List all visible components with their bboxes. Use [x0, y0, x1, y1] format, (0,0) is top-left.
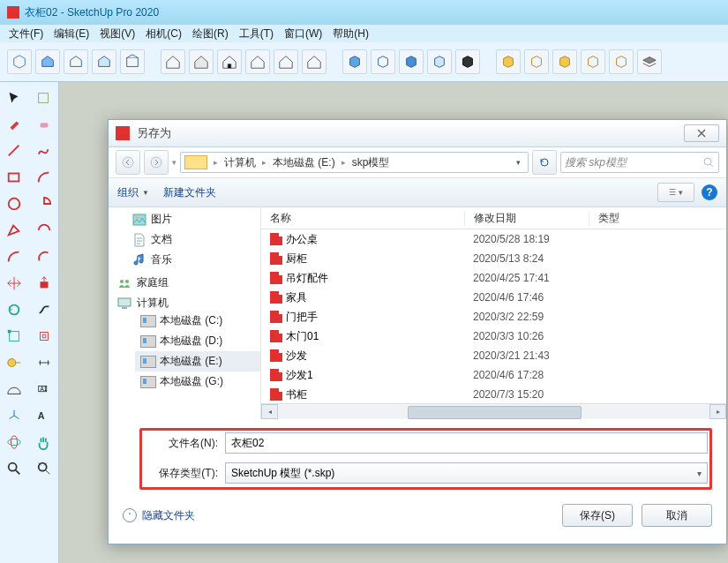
- filename-input[interactable]: [225, 432, 708, 454]
- tbtn-4[interactable]: [92, 49, 116, 74]
- tree-pictures[interactable]: 图片: [109, 209, 260, 229]
- tbtn-box1[interactable]: [496, 49, 521, 74]
- tbtn-1[interactable]: [7, 49, 32, 74]
- menu-tools[interactable]: 工具(T): [234, 25, 279, 43]
- cancel-button[interactable]: 取消: [642, 504, 712, 527]
- tbtn-cube1[interactable]: [342, 49, 367, 74]
- tbtn-house6[interactable]: [302, 49, 326, 74]
- search-input[interactable]: 搜索 skp模型: [560, 152, 719, 173]
- tbtn-cube4[interactable]: [427, 49, 452, 74]
- nav-back-button[interactable]: [116, 150, 140, 175]
- menu-camera[interactable]: 相机(C): [140, 25, 187, 43]
- menu-help[interactable]: 帮助(H): [327, 25, 374, 43]
- tree-homegroup[interactable]: 家庭组: [109, 275, 260, 290]
- tree-computer[interactable]: 计算机: [109, 296, 260, 311]
- list-item[interactable]: 木门012020/3/3 10:26: [261, 327, 726, 346]
- list-item[interactable]: 吊灯配件2020/4/25 17:41: [261, 268, 726, 288]
- tbtn-cube2[interactable]: [371, 49, 395, 74]
- select-tool[interactable]: [2, 86, 26, 110]
- arc-tool[interactable]: [32, 165, 56, 190]
- poly-tool[interactable]: [2, 218, 26, 243]
- save-button[interactable]: 保存(S): [562, 504, 633, 527]
- tbtn-2[interactable]: [35, 49, 60, 74]
- paint-tool[interactable]: [2, 112, 26, 137]
- crumb-computer[interactable]: 计算机: [221, 155, 259, 170]
- arc3-tool[interactable]: [2, 244, 26, 269]
- tree-drive-d[interactable]: 本地磁盘 (D:): [135, 331, 260, 351]
- tree-documents[interactable]: 文档: [109, 229, 260, 250]
- menu-edit[interactable]: 编辑(E): [49, 25, 94, 43]
- move-tool[interactable]: [2, 271, 26, 296]
- close-button[interactable]: [684, 124, 719, 142]
- list-item[interactable]: 厨柜2020/5/13 8:24: [261, 249, 726, 268]
- pushpull-tool[interactable]: [32, 271, 56, 296]
- list-item[interactable]: 办公桌2020/5/28 18:19: [261, 229, 726, 249]
- component-tool[interactable]: [32, 86, 56, 110]
- list-header[interactable]: 名称 修改日期 类型: [261, 207, 726, 229]
- tbtn-house5[interactable]: [274, 49, 298, 74]
- col-type[interactable]: 类型: [589, 211, 726, 226]
- breadcrumb[interactable]: ▸ 计算机▸ 本地磁盘 (E:)▸ skp模型 ▾: [180, 152, 529, 173]
- organize-menu[interactable]: 组织▼: [117, 185, 149, 200]
- tbtn-house1[interactable]: [161, 49, 185, 74]
- orbit-tool[interactable]: [2, 430, 26, 454]
- tree-drive-e[interactable]: 本地磁盘 (E:): [135, 351, 260, 372]
- list-item[interactable]: 门把手2020/3/2 22:59: [261, 307, 726, 327]
- list-item[interactable]: 沙发12020/4/6 17:28: [261, 365, 726, 385]
- zoom-extents-tool[interactable]: [32, 456, 56, 481]
- line-tool[interactable]: [2, 139, 26, 163]
- help-button[interactable]: ?: [702, 184, 717, 200]
- eraser-tool[interactable]: [32, 112, 56, 137]
- tbtn-house4[interactable]: [245, 49, 270, 74]
- tbtn-house2[interactable]: [189, 49, 214, 74]
- offset-tool[interactable]: [32, 324, 56, 349]
- tree-drive-g[interactable]: 本地磁盘 (G:): [135, 372, 260, 392]
- new-folder-button[interactable]: 新建文件夹: [163, 185, 216, 200]
- filetype-dropdown[interactable]: SketchUp 模型 (*.skp): [225, 462, 708, 484]
- freehand-tool[interactable]: [32, 139, 56, 163]
- tree-music[interactable]: 音乐: [109, 250, 260, 270]
- tbtn-box2[interactable]: [524, 49, 549, 74]
- refresh-button[interactable]: [532, 150, 557, 175]
- protractor-tool[interactable]: [2, 377, 26, 402]
- arc2-tool[interactable]: [32, 218, 56, 243]
- tape-tool[interactable]: [2, 350, 26, 375]
- list-item[interactable]: 家具2020/4/6 17:46: [261, 288, 726, 307]
- rotate-tool[interactable]: [2, 297, 26, 322]
- tbtn-layers[interactable]: [637, 49, 662, 74]
- tbtn-box5[interactable]: [609, 49, 634, 74]
- nav-fwd-button[interactable]: [144, 150, 169, 175]
- text-tool[interactable]: A1: [32, 377, 56, 402]
- 3dtext-tool[interactable]: A: [32, 403, 56, 428]
- tbtn-house3[interactable]: [217, 49, 242, 74]
- list-item[interactable]: 书柜2020/7/3 15:20: [261, 385, 726, 403]
- tbtn-box4[interactable]: [581, 49, 605, 74]
- zoom-tool[interactable]: [2, 456, 26, 481]
- view-mode-button[interactable]: ☰ ▾: [657, 183, 694, 202]
- scale-tool[interactable]: [2, 324, 26, 349]
- crumb-folder[interactable]: skp模型: [349, 155, 394, 170]
- list-item[interactable]: 沙发2020/3/21 21:43: [261, 346, 726, 365]
- menu-file[interactable]: 文件(F): [4, 25, 49, 43]
- folder-tree[interactable]: 图片 文档 音乐 家庭组 计算机 本地磁盘 (C:) 本地磁盘 (D:) 本地磁…: [109, 207, 261, 419]
- rect-tool[interactable]: [2, 165, 26, 190]
- tbtn-box3[interactable]: [552, 49, 577, 74]
- hide-folders-link[interactable]: ˄ 隐藏文件夹: [123, 508, 195, 523]
- circle-tool[interactable]: [2, 191, 26, 216]
- tbtn-3[interactable]: [64, 49, 88, 74]
- followme-tool[interactable]: [32, 297, 56, 322]
- horizontal-scrollbar[interactable]: ◂▸: [261, 403, 726, 419]
- pie-tool[interactable]: [32, 191, 56, 216]
- menu-window[interactable]: 窗口(W): [279, 25, 327, 43]
- tbtn-5[interactable]: [120, 49, 145, 74]
- pan-tool[interactable]: [32, 430, 56, 454]
- axes-tool[interactable]: [2, 403, 26, 428]
- dimension-tool[interactable]: [32, 350, 56, 375]
- arc4-tool[interactable]: [32, 244, 56, 269]
- menu-draw[interactable]: 绘图(R): [187, 25, 234, 43]
- menu-view[interactable]: 视图(V): [94, 25, 140, 43]
- col-name[interactable]: 名称: [261, 211, 465, 226]
- crumb-drive[interactable]: 本地磁盘 (E:): [269, 155, 339, 170]
- tbtn-cube3[interactable]: [399, 49, 424, 74]
- tbtn-cube5[interactable]: [455, 49, 480, 74]
